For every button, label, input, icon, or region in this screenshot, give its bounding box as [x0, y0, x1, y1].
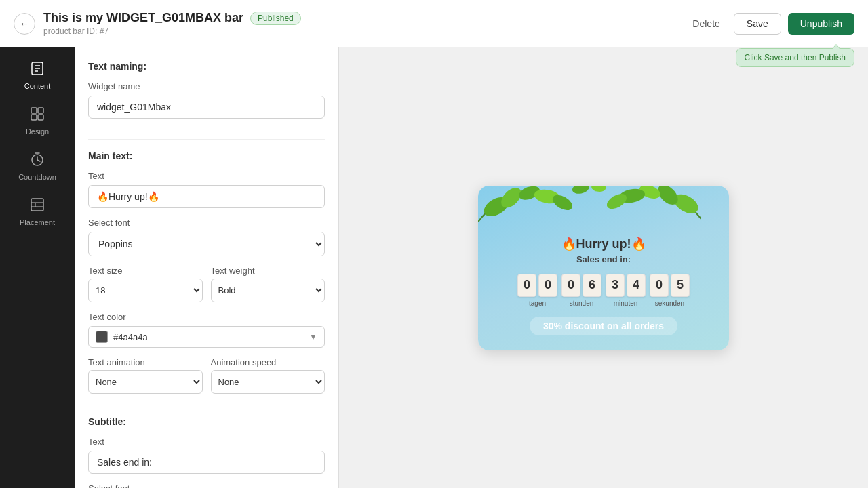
header-actions: Delete Save Unpublish Click Save and the…: [686, 13, 854, 35]
text-size-select[interactable]: 121416182024: [88, 279, 203, 302]
svg-point-27: [591, 186, 606, 192]
text-animation-label: Text animation: [88, 357, 203, 367]
subtitle-font-label: Select font: [88, 483, 325, 488]
days-digits: 0 0: [517, 274, 557, 297]
sidebar: Content Design C: [0, 47, 75, 488]
header-title: This is my WIDGET_G01MBAX bar Published: [43, 11, 301, 25]
minute-digit-1: 3: [606, 274, 625, 297]
svg-rect-4: [31, 108, 37, 113]
sidebar-item-placement[interactable]: Placement: [7, 190, 68, 233]
svg-rect-6: [31, 115, 37, 120]
header-subtitle: product bar ID: #7: [43, 26, 301, 36]
font-select[interactable]: Poppins Roboto Open Sans Lato Montserrat: [88, 232, 325, 256]
sidebar-placement-label: Placement: [20, 218, 55, 226]
second-digit-1: 0: [650, 274, 669, 297]
countdown-seconds: 0 5 sekunden: [650, 274, 690, 307]
text-animation-select[interactable]: NoneFadeSlideBounce: [88, 370, 203, 394]
sidebar-countdown-label: Countdown: [18, 173, 56, 181]
minute-digit-2: 4: [627, 274, 646, 297]
countdown-row: 0 0 tagen 0 6 stunden: [492, 274, 715, 307]
countdown-hours: 0 6 stunden: [561, 274, 601, 307]
divider-1: [88, 139, 325, 140]
countdown-minutes: 3 4 minuten: [606, 274, 646, 307]
svg-point-26: [572, 186, 590, 195]
preview-area: 🔥Hurry up!🔥 Sales end in: 0 0 tagen: [339, 47, 868, 488]
hour-digit-1: 0: [561, 274, 580, 297]
select-font-label: Select font: [88, 218, 325, 228]
widget-main-text: 🔥Hurry up!🔥: [492, 237, 715, 251]
sidebar-content-label: Content: [24, 82, 51, 90]
subtitle-text-label: Text: [88, 436, 325, 447]
tooltip-bubble: Click Save and then Publish: [736, 48, 854, 67]
second-digit-2: 5: [671, 274, 690, 297]
design-icon: [30, 106, 45, 125]
text-animation-field: Text animation NoneFadeSlideBounce: [88, 357, 203, 394]
minutes-digits: 3 4: [606, 274, 646, 297]
day-digit-1: 0: [517, 274, 536, 297]
widget-name-input[interactable]: [88, 96, 325, 119]
svg-rect-5: [38, 108, 43, 113]
app-header: ← This is my WIDGET_G01MBAX bar Publishe…: [0, 0, 868, 47]
hours-digits: 0 6: [561, 274, 601, 297]
color-dropdown-arrow: ▼: [309, 332, 317, 342]
main-layout: Content Design C: [0, 47, 868, 488]
settings-panel: Text naming: Widget name Main text: Text…: [75, 47, 339, 488]
widget-subtitle-text: Sales end in:: [492, 254, 715, 264]
main-text-title: Main text:: [88, 150, 325, 161]
seconds-digits: 0 5: [650, 274, 690, 297]
animation-speed-field: Animation speed NoneSlowMediumFast: [211, 357, 326, 394]
hour-digit-2: 6: [583, 274, 601, 297]
svg-rect-7: [38, 115, 43, 120]
widget-preview: 🔥Hurry up!🔥 Sales end in: 0 0 tagen: [478, 186, 729, 350]
text-color-label: Text color: [88, 312, 325, 322]
sidebar-design-label: Design: [26, 127, 49, 136]
countdown-icon: [30, 152, 45, 170]
text-weight-field: Text weight ThinLightRegularMediumBold: [211, 266, 326, 302]
text-label: Text: [88, 171, 325, 181]
sidebar-item-design[interactable]: Design: [7, 100, 68, 142]
svg-rect-12: [31, 199, 43, 211]
widget-content: 🔥Hurry up!🔥 Sales end in: 0 0 tagen: [492, 199, 715, 336]
days-label: tagen: [529, 300, 546, 307]
back-button[interactable]: ←: [14, 13, 35, 35]
text-size-field: Text size 121416182024: [88, 266, 203, 302]
subtitle-text-input[interactable]: [88, 451, 325, 474]
subtitle-title: Subtitle:: [88, 416, 325, 427]
color-swatch: [96, 331, 108, 343]
color-picker-row[interactable]: #4a4a4a ▼: [88, 326, 325, 348]
text-weight-label: Text weight: [211, 266, 326, 276]
divider-2: [88, 405, 325, 405]
header-title-block: This is my WIDGET_G01MBAX bar Published …: [43, 11, 301, 36]
animation-speed-select[interactable]: NoneSlowMediumFast: [211, 370, 326, 394]
text-input[interactable]: [88, 185, 325, 208]
sidebar-item-countdown[interactable]: Countdown: [7, 145, 68, 188]
widget-background: 🔥Hurry up!🔥 Sales end in: 0 0 tagen: [478, 186, 729, 350]
header-left: ← This is my WIDGET_G01MBAX bar Publishe…: [14, 11, 686, 36]
seconds-label: sekunden: [655, 300, 684, 307]
widget-name-label: Widget name: [88, 81, 325, 92]
day-digit-2: 0: [538, 274, 557, 297]
save-button[interactable]: Save: [734, 13, 781, 35]
countdown-days: 0 0 tagen: [517, 274, 557, 307]
sidebar-item-content[interactable]: Content: [7, 54, 68, 97]
color-hex-text: #4a4a4a: [113, 332, 304, 342]
unpublish-button[interactable]: Unpublish: [788, 13, 854, 35]
minutes-label: minuten: [614, 300, 638, 307]
widget-discount-text: 30% discount on all orders: [530, 317, 677, 336]
animation-row: Text animation NoneFadeSlideBounce Anima…: [88, 357, 325, 394]
delete-button[interactable]: Delete: [686, 14, 726, 33]
content-icon: [30, 61, 45, 79]
text-size-label: Text size: [88, 266, 203, 276]
animation-speed-label: Animation speed: [211, 357, 326, 367]
placement-icon: [30, 197, 45, 216]
text-naming-title: Text naming:: [88, 61, 325, 72]
title-text: This is my WIDGET_G01MBAX bar: [43, 11, 243, 25]
published-badge: Published: [250, 12, 301, 25]
hours-label: stunden: [570, 300, 594, 307]
size-weight-row: Text size 121416182024 Text weight ThinL…: [88, 266, 325, 302]
text-weight-select[interactable]: ThinLightRegularMediumBold: [211, 279, 326, 302]
svg-line-10: [37, 160, 40, 161]
